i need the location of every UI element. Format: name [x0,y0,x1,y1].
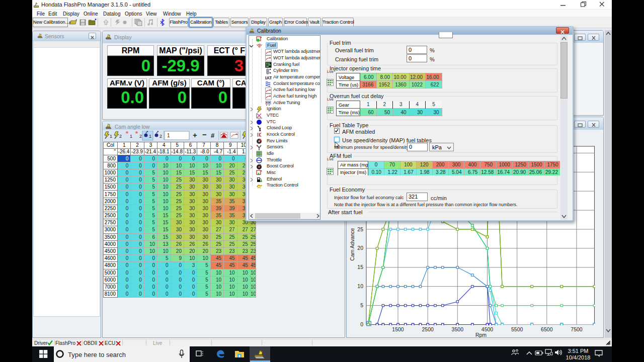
svg-text:2: 2 [119,134,122,139]
svg-text:−: − [202,131,207,139]
svg-text:1: 1 [167,133,170,138]
svg-text:2500: 2500 [422,326,434,332]
svg-text:10: 10 [357,283,363,289]
svg-text:6500: 6500 [541,326,553,332]
svg-text:5500: 5500 [511,326,523,332]
svg-text:2: 2 [159,134,162,139]
svg-text:2: 2 [139,134,142,139]
svg-text:0: 0 [360,321,363,327]
svg-text:25: 25 [357,226,363,232]
svg-text:1: 1 [149,134,151,139]
svg-text:1: 1 [130,134,132,139]
svg-text:IAT: IAT [265,75,272,80]
svg-text:7500: 7500 [571,326,583,332]
svg-text:3500: 3500 [452,326,464,332]
svg-text:Cam Advance: Cam Advance [349,228,355,261]
svg-text:15: 15 [357,264,363,270]
svg-text:20: 20 [357,245,363,251]
svg-text:*: * [135,131,138,137]
svg-text:5: 5 [360,302,363,308]
svg-text:#: # [211,132,215,139]
svg-text:1: 1 [110,134,112,139]
svg-text:1500: 1500 [392,326,404,332]
svg-text:+: + [193,131,197,139]
svg-text:*: * [126,131,129,137]
svg-text:Rpm: Rpm [475,332,487,338]
